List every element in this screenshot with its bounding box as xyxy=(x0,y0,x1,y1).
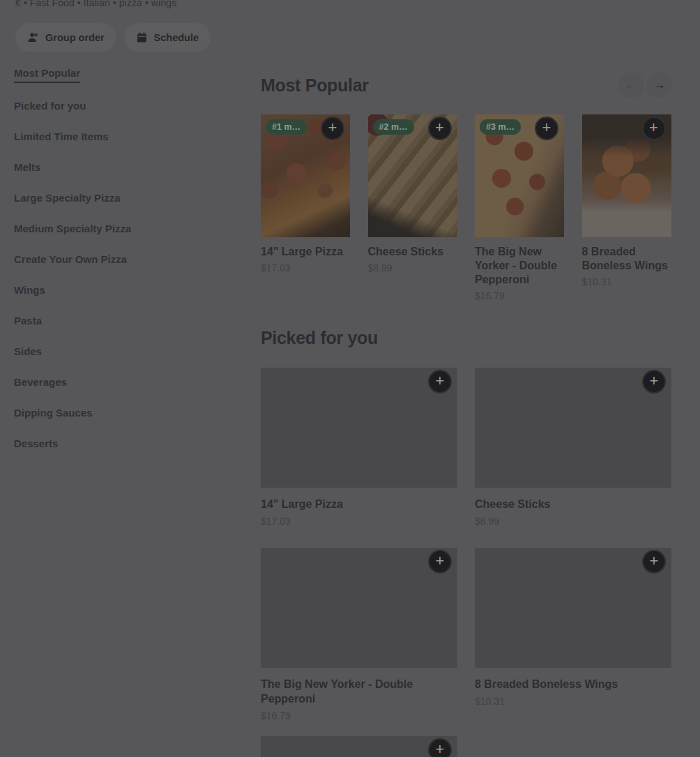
plus-icon: + xyxy=(650,553,659,569)
group-order-button[interactable]: Group order xyxy=(15,23,116,52)
plus-icon: + xyxy=(436,373,445,389)
carousel-item-cheese-sticks[interactable]: #2 m… + Cheese Sticks $8.99 xyxy=(368,114,457,301)
carousel-prev-button[interactable]: ← xyxy=(618,73,644,98)
plus-icon: + xyxy=(328,120,337,135)
quick-add-button[interactable]: + xyxy=(428,117,452,140)
image-placeholder: + xyxy=(475,548,671,668)
grid-item-cheese-sticks[interactable]: + Cheese Sticks $8.99 xyxy=(475,368,671,548)
carousel-item-large-pizza[interactable]: #1 m… + 14" Large Pizza $17.03 xyxy=(261,114,350,301)
item-title: The Big New Yorker - Double Pepperoni xyxy=(475,245,564,287)
carousel-next-button[interactable]: → xyxy=(646,73,672,98)
picked-for-you-title: Picked for you xyxy=(261,327,378,348)
sidebar-item-pasta[interactable]: Pasta xyxy=(14,305,244,336)
plus-icon: + xyxy=(542,120,551,135)
item-price: $17.03 xyxy=(261,262,350,273)
item-title: 14" Large Pizza xyxy=(261,497,457,511)
item-title: The Big New Yorker - Double Pepperoni xyxy=(261,677,457,706)
quick-add-button[interactable]: + xyxy=(642,550,666,574)
sidebar-item-most-popular[interactable]: Most Popular xyxy=(14,59,244,90)
restaurant-tags: € • Fast Food • Italian • pizza • wings xyxy=(15,0,176,8)
most-liked-badge: #3 m… xyxy=(480,119,521,135)
sidebar-item-create-your-own-pizza[interactable]: Create Your Own Pizza xyxy=(14,243,244,274)
sidebar-item-desserts[interactable]: Desserts xyxy=(14,428,244,458)
calendar-icon xyxy=(136,31,148,43)
image-placeholder: + xyxy=(261,736,457,757)
schedule-label: Schedule xyxy=(154,32,199,43)
item-title: 14" Large Pizza xyxy=(261,245,350,259)
item-title: Cheese Sticks xyxy=(475,497,671,511)
sidebar-item-picked-for-you[interactable]: Picked for you xyxy=(14,90,244,121)
most-liked-badge: #2 m… xyxy=(373,119,414,135)
grid-item-partial[interactable]: + xyxy=(261,736,457,757)
carousel-item-big-new-yorker[interactable]: #3 m… + The Big New Yorker - Double Pepp… xyxy=(475,114,564,301)
most-popular-carousel: #1 m… + 14" Large Pizza $17.03 #2 m… + C… xyxy=(261,114,671,301)
arrow-left-icon: ← xyxy=(625,77,638,93)
sidebar-item-melts[interactable]: Melts xyxy=(14,151,244,182)
cheese-sticks-photo: #2 m… + xyxy=(368,114,457,237)
item-title: 8 Breaded Boneless Wings xyxy=(475,677,671,691)
quick-add-button[interactable]: + xyxy=(428,738,452,757)
plus-icon: + xyxy=(650,373,659,389)
plus-icon: + xyxy=(435,120,444,135)
item-price: $8.99 xyxy=(368,262,457,273)
sidebar-item-large-specialty-pizza[interactable]: Large Specialty Pizza xyxy=(14,182,244,213)
item-title: 8 Breaded Boneless Wings xyxy=(582,245,671,273)
sidebar-item-medium-specialty-pizza[interactable]: Medium Specialty Pizza xyxy=(14,213,244,243)
most-popular-title: Most Popular xyxy=(261,75,369,96)
image-placeholder: + xyxy=(475,368,671,488)
carousel-item-boneless-wings[interactable]: + 8 Breaded Boneless Wings $10.31 xyxy=(582,114,671,301)
schedule-button[interactable]: Schedule xyxy=(124,23,211,52)
grid-item-big-new-yorker[interactable]: + The Big New Yorker - Double Pepperoni … xyxy=(261,548,457,736)
group-order-icon xyxy=(27,31,39,43)
pepperoni-pizza-photo: #3 m… + xyxy=(475,114,564,237)
quick-add-button[interactable]: + xyxy=(428,550,452,574)
sidebar-item-limited-time-items[interactable]: Limited Time Items xyxy=(14,121,244,151)
boneless-wings-photo: + xyxy=(582,114,671,237)
pizza-photo: #1 m… + xyxy=(261,114,350,237)
image-placeholder: + xyxy=(261,368,457,488)
quick-add-button[interactable]: + xyxy=(642,370,666,394)
item-title: Cheese Sticks xyxy=(368,245,457,259)
quick-add-button[interactable]: + xyxy=(535,117,558,140)
image-placeholder: + xyxy=(261,548,457,668)
most-liked-badge: #1 m… xyxy=(266,119,307,135)
arrow-right-icon: → xyxy=(653,77,666,93)
quick-add-button[interactable]: + xyxy=(642,117,666,140)
item-price: $8.99 xyxy=(475,516,671,527)
action-buttons: Group order Schedule xyxy=(15,23,211,52)
item-price: $17.03 xyxy=(261,516,457,527)
item-price: $16.79 xyxy=(261,710,457,721)
sidebar-item-dipping-sauces[interactable]: Dipping Sauces xyxy=(14,397,244,428)
item-price: $16.79 xyxy=(475,290,564,301)
item-price: $10.31 xyxy=(582,276,671,287)
category-sidebar: Most Popular Picked for you Limited Time… xyxy=(14,59,244,458)
quick-add-button[interactable]: + xyxy=(321,117,344,140)
quick-add-button[interactable]: + xyxy=(428,370,452,394)
picked-for-you-grid: + 14" Large Pizza $17.03 + Cheese Sticks… xyxy=(261,368,671,757)
most-popular-header: Most Popular ← → xyxy=(261,72,672,98)
carousel-arrows: ← → xyxy=(618,73,672,98)
grid-item-large-pizza[interactable]: + 14" Large Pizza $17.03 xyxy=(261,368,457,548)
sidebar-item-wings[interactable]: Wings xyxy=(14,274,244,305)
plus-icon: + xyxy=(436,742,445,757)
plus-icon: + xyxy=(649,120,658,135)
sidebar-item-sides[interactable]: Sides xyxy=(14,336,244,366)
group-order-label: Group order xyxy=(45,32,105,43)
grid-item-boneless-wings[interactable]: + 8 Breaded Boneless Wings $10.31 xyxy=(475,548,671,736)
item-price: $10.31 xyxy=(475,696,671,707)
plus-icon: + xyxy=(436,553,445,569)
sidebar-item-beverages[interactable]: Beverages xyxy=(14,366,244,397)
